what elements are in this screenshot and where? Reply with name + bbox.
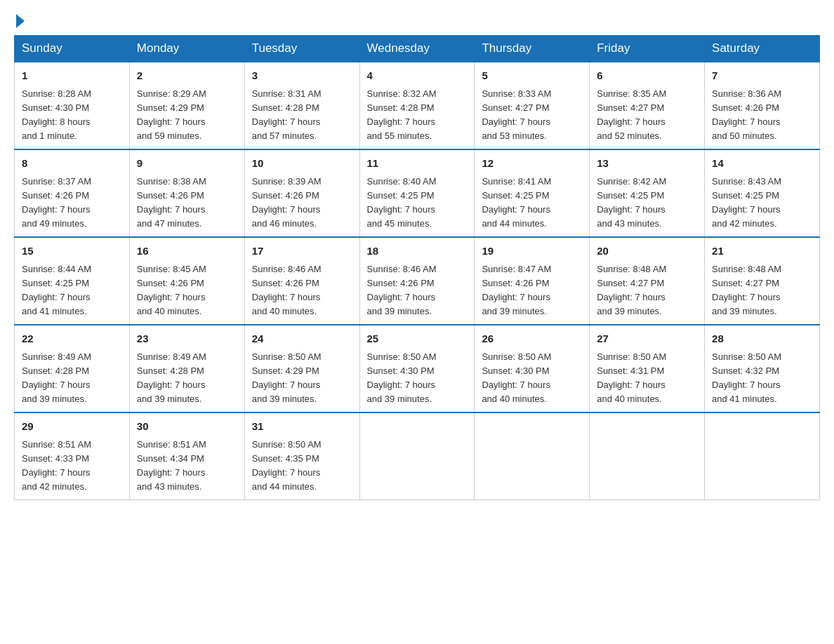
day-number: 28 (712, 331, 812, 347)
day-number: 14 (712, 156, 812, 172)
day-info: Sunrise: 8:50 AM Sunset: 4:35 PM Dayligh… (252, 438, 352, 495)
day-info: Sunrise: 8:35 AM Sunset: 4:27 PM Dayligh… (597, 87, 697, 144)
day-number: 1 (22, 68, 122, 84)
weekday-header-row: SundayMondayTuesdayWednesdayThursdayFrid… (15, 36, 820, 62)
calendar-cell: 15Sunrise: 8:44 AM Sunset: 4:25 PM Dayli… (15, 237, 130, 325)
calendar-week-3: 15Sunrise: 8:44 AM Sunset: 4:25 PM Dayli… (15, 237, 820, 325)
day-info: Sunrise: 8:42 AM Sunset: 4:25 PM Dayligh… (597, 175, 697, 232)
logo-text (14, 14, 27, 28)
day-info: Sunrise: 8:31 AM Sunset: 4:28 PM Dayligh… (252, 87, 352, 144)
logo-arrow-icon (16, 14, 25, 28)
day-number: 7 (712, 68, 812, 84)
calendar-cell: 2Sunrise: 8:29 AM Sunset: 4:29 PM Daylig… (129, 62, 244, 149)
calendar-cell (590, 412, 705, 500)
calendar-cell: 30Sunrise: 8:51 AM Sunset: 4:34 PM Dayli… (129, 412, 244, 500)
weekday-header-saturday: Saturday (705, 36, 820, 62)
calendar-cell (705, 412, 820, 500)
calendar-cell: 9Sunrise: 8:38 AM Sunset: 4:26 PM Daylig… (129, 149, 244, 237)
day-info: Sunrise: 8:28 AM Sunset: 4:30 PM Dayligh… (22, 87, 122, 144)
day-number: 15 (22, 243, 122, 260)
calendar-week-5: 29Sunrise: 8:51 AM Sunset: 4:33 PM Dayli… (15, 412, 820, 500)
calendar-cell: 18Sunrise: 8:46 AM Sunset: 4:26 PM Dayli… (359, 237, 475, 325)
day-info: Sunrise: 8:50 AM Sunset: 4:31 PM Dayligh… (597, 350, 697, 407)
day-info: Sunrise: 8:49 AM Sunset: 4:28 PM Dayligh… (22, 350, 122, 407)
calendar-cell: 10Sunrise: 8:39 AM Sunset: 4:26 PM Dayli… (244, 149, 359, 237)
calendar-cell: 31Sunrise: 8:50 AM Sunset: 4:35 PM Dayli… (244, 412, 359, 500)
day-number: 30 (137, 419, 237, 435)
day-number: 5 (482, 68, 582, 84)
calendar-cell: 7Sunrise: 8:36 AM Sunset: 4:26 PM Daylig… (705, 62, 820, 149)
day-number: 24 (252, 331, 352, 347)
calendar-cell: 27Sunrise: 8:50 AM Sunset: 4:31 PM Dayli… (590, 325, 705, 412)
day-number: 22 (22, 331, 122, 347)
calendar-week-2: 8Sunrise: 8:37 AM Sunset: 4:26 PM Daylig… (15, 149, 820, 237)
day-info: Sunrise: 8:43 AM Sunset: 4:25 PM Dayligh… (712, 175, 812, 232)
day-info: Sunrise: 8:50 AM Sunset: 4:32 PM Dayligh… (712, 350, 812, 407)
day-number: 25 (367, 331, 468, 347)
day-number: 2 (137, 68, 237, 84)
day-number: 20 (597, 243, 697, 260)
day-number: 6 (597, 68, 697, 84)
day-info: Sunrise: 8:51 AM Sunset: 4:34 PM Dayligh… (137, 438, 237, 495)
weekday-header-thursday: Thursday (475, 36, 590, 62)
day-number: 8 (22, 156, 122, 172)
calendar-cell: 12Sunrise: 8:41 AM Sunset: 4:25 PM Dayli… (475, 149, 590, 237)
calendar-cell: 29Sunrise: 8:51 AM Sunset: 4:33 PM Dayli… (15, 412, 130, 500)
day-info: Sunrise: 8:48 AM Sunset: 4:27 PM Dayligh… (597, 262, 697, 319)
day-number: 11 (367, 156, 468, 172)
weekday-header-friday: Friday (590, 36, 705, 62)
calendar-cell: 20Sunrise: 8:48 AM Sunset: 4:27 PM Dayli… (590, 237, 705, 325)
day-number: 26 (482, 331, 582, 347)
day-info: Sunrise: 8:51 AM Sunset: 4:33 PM Dayligh… (22, 438, 122, 495)
day-info: Sunrise: 8:46 AM Sunset: 4:26 PM Dayligh… (367, 262, 468, 319)
day-number: 12 (482, 156, 582, 172)
calendar-cell: 19Sunrise: 8:47 AM Sunset: 4:26 PM Dayli… (475, 237, 590, 325)
weekday-header-tuesday: Tuesday (244, 36, 359, 62)
day-info: Sunrise: 8:46 AM Sunset: 4:26 PM Dayligh… (252, 262, 352, 319)
calendar-cell: 16Sunrise: 8:45 AM Sunset: 4:26 PM Dayli… (129, 237, 244, 325)
calendar-cell: 21Sunrise: 8:48 AM Sunset: 4:27 PM Dayli… (705, 237, 820, 325)
day-number: 23 (137, 331, 237, 347)
calendar-cell: 24Sunrise: 8:50 AM Sunset: 4:29 PM Dayli… (244, 325, 359, 412)
calendar-cell: 28Sunrise: 8:50 AM Sunset: 4:32 PM Dayli… (705, 325, 820, 412)
calendar-cell: 13Sunrise: 8:42 AM Sunset: 4:25 PM Dayli… (590, 149, 705, 237)
day-number: 27 (597, 331, 697, 347)
calendar-cell (475, 412, 590, 500)
day-number: 31 (252, 419, 352, 435)
calendar-cell: 14Sunrise: 8:43 AM Sunset: 4:25 PM Dayli… (705, 149, 820, 237)
day-info: Sunrise: 8:38 AM Sunset: 4:26 PM Dayligh… (137, 175, 237, 232)
logo (14, 14, 27, 28)
day-number: 3 (252, 68, 352, 84)
day-number: 10 (252, 156, 352, 172)
day-info: Sunrise: 8:37 AM Sunset: 4:26 PM Dayligh… (22, 175, 122, 232)
calendar-cell: 22Sunrise: 8:49 AM Sunset: 4:28 PM Dayli… (15, 325, 130, 412)
weekday-header-sunday: Sunday (15, 36, 130, 62)
calendar-cell: 11Sunrise: 8:40 AM Sunset: 4:25 PM Dayli… (359, 149, 475, 237)
day-info: Sunrise: 8:49 AM Sunset: 4:28 PM Dayligh… (137, 350, 237, 407)
calendar-cell: 1Sunrise: 8:28 AM Sunset: 4:30 PM Daylig… (15, 62, 130, 149)
calendar-cell: 26Sunrise: 8:50 AM Sunset: 4:30 PM Dayli… (475, 325, 590, 412)
weekday-header-monday: Monday (129, 36, 244, 62)
day-info: Sunrise: 8:50 AM Sunset: 4:29 PM Dayligh… (252, 350, 352, 407)
day-info: Sunrise: 8:39 AM Sunset: 4:26 PM Dayligh… (252, 175, 352, 232)
day-number: 21 (712, 243, 812, 260)
day-number: 16 (137, 243, 237, 260)
weekday-header-wednesday: Wednesday (359, 36, 475, 62)
day-number: 19 (482, 243, 582, 260)
day-number: 9 (137, 156, 237, 172)
day-number: 17 (252, 243, 352, 260)
calendar-cell (359, 412, 475, 500)
day-info: Sunrise: 8:36 AM Sunset: 4:26 PM Dayligh… (712, 87, 812, 144)
header (14, 14, 820, 28)
calendar-cell: 8Sunrise: 8:37 AM Sunset: 4:26 PM Daylig… (15, 149, 130, 237)
calendar-cell: 6Sunrise: 8:35 AM Sunset: 4:27 PM Daylig… (590, 62, 705, 149)
day-info: Sunrise: 8:33 AM Sunset: 4:27 PM Dayligh… (482, 87, 582, 144)
day-number: 29 (22, 419, 122, 435)
calendar-cell: 5Sunrise: 8:33 AM Sunset: 4:27 PM Daylig… (475, 62, 590, 149)
day-info: Sunrise: 8:32 AM Sunset: 4:28 PM Dayligh… (367, 87, 468, 144)
day-info: Sunrise: 8:45 AM Sunset: 4:26 PM Dayligh… (137, 262, 237, 319)
day-info: Sunrise: 8:48 AM Sunset: 4:27 PM Dayligh… (712, 262, 812, 319)
calendar-cell: 17Sunrise: 8:46 AM Sunset: 4:26 PM Dayli… (244, 237, 359, 325)
day-info: Sunrise: 8:50 AM Sunset: 4:30 PM Dayligh… (367, 350, 468, 407)
day-info: Sunrise: 8:44 AM Sunset: 4:25 PM Dayligh… (22, 262, 122, 319)
